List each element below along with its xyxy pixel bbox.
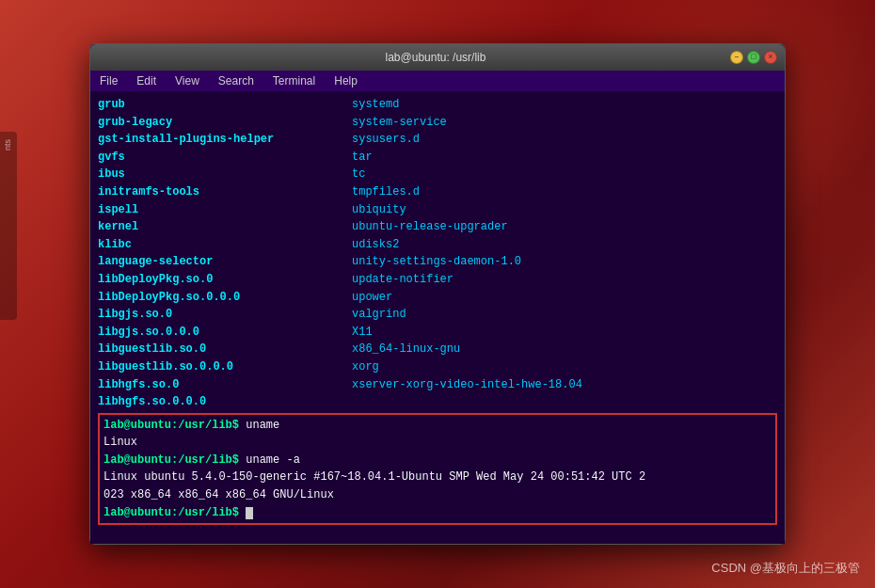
ls-item: valgrind [352,306,606,324]
ls-item: udisks2 [352,236,606,254]
ls-item: klibc [98,236,352,254]
menu-terminal[interactable]: Terminal [263,72,325,89]
menu-view[interactable]: View [166,72,209,89]
ls-item: ubiquity [352,201,606,219]
ls-item: xserver-xorg-video-intel-hwe-18.04 [352,376,606,394]
ls-item: libhgfs.so.0.0.0 [98,393,352,411]
ls-item: upower [352,289,606,307]
ls-column-1: grubgrub-legacygst-install-plugins-helpe… [98,96,352,411]
ls-item: x86_64-linux-gnu [352,341,606,358]
ls-item: libguestlib.so.0.0.0 [98,358,352,376]
ls-item: gst-install-plugins-helper [98,131,352,149]
ls-item: language-selector [98,253,352,271]
cmd-text-0: uname [239,419,279,432]
title-bar: lab@ubuntu: /usr/lib – □ × [90,44,785,71]
ls-column-2: systemdsystem-servicesysusers.dtartctmpf… [352,96,606,411]
terminal-cursor [246,507,253,519]
ls-item: libDeployPkg.so.0 [98,271,352,289]
ls-item: libgjs.so.0.0.0 [98,324,352,342]
ls-item: ibus [98,166,352,183]
ls-item: system-service [352,114,606,132]
ls-item: xorg [352,358,606,376]
ls-item: X11 [352,324,606,342]
ls-item: grub [98,96,352,114]
command-line-1: lab@ubuntu:/usr/lib$ uname -a [103,452,772,469]
ls-item: ubuntu-release-upgrader [352,218,606,236]
terminal-window: lab@ubuntu: /usr/lib – □ × File Edit Vie… [89,43,786,545]
ls-item: libgjs.so.0 [98,306,352,324]
output-line: Linux ubuntu 5.4.0-150-generic #167~18.0… [103,469,772,486]
command-section: lab@ubuntu:/usr/lib$ unameLinuxlab@ubunt… [98,413,777,526]
ls-item: gvfs [98,149,352,167]
menu-edit[interactable]: Edit [127,72,166,89]
output-line: Linux [103,434,772,452]
cmd-text-1: uname -a [239,453,300,467]
menu-bar: File Edit View Search Terminal Help [90,71,785,92]
ls-output: grubgrub-legacygst-install-plugins-helpe… [98,96,777,411]
ls-item: libhgfs.so.0 [98,376,352,394]
prompt-1: lab@ubuntu:/usr/lib$ [103,453,239,467]
watermark: CSDN @基极向上的三极管 [711,560,860,577]
menu-file[interactable]: File [90,72,127,89]
ls-item: tmpfiles.d [352,183,606,201]
ls-item: ispell [98,201,352,219]
terminal-content[interactable]: grubgrub-legacygst-install-plugins-helpe… [90,92,785,544]
ls-item: libDeployPkg.so.0.0.0 [98,289,352,307]
ls-item: grub-legacy [98,114,352,132]
ls-item: systemd [352,96,606,114]
ls-item: libguestlib.so.0 [98,341,352,358]
final-prompt: lab@ubuntu:/usr/lib$ [103,506,239,519]
ls-item: update-notifier [352,271,606,289]
ls-item: initramfs-tools [98,183,352,201]
menu-help[interactable]: Help [325,72,367,89]
sidebar-strip: nts [0,132,17,320]
minimize-button[interactable]: – [730,51,743,64]
ls-item: tar [352,149,606,167]
sidebar-label: nts [0,132,15,158]
menu-search[interactable]: Search [209,72,263,89]
final-prompt-line: lab@ubuntu:/usr/lib$ [103,504,772,522]
ls-item: unity-settings-daemon-1.0 [352,253,606,271]
window-controls: – □ × [730,51,777,64]
close-button[interactable]: × [764,51,777,64]
ls-item: tc [352,166,606,183]
ls-item: kernel [98,218,352,236]
window-title: lab@ubuntu: /usr/lib [141,51,730,64]
command-line-0: lab@ubuntu:/usr/lib$ uname [103,417,772,435]
maximize-button[interactable]: □ [747,51,760,64]
prompt-0: lab@ubuntu:/usr/lib$ [103,419,239,432]
ls-item: sysusers.d [352,131,606,149]
output-line: 023 x86_64 x86_64 x86_64 GNU/Linux [103,486,772,504]
